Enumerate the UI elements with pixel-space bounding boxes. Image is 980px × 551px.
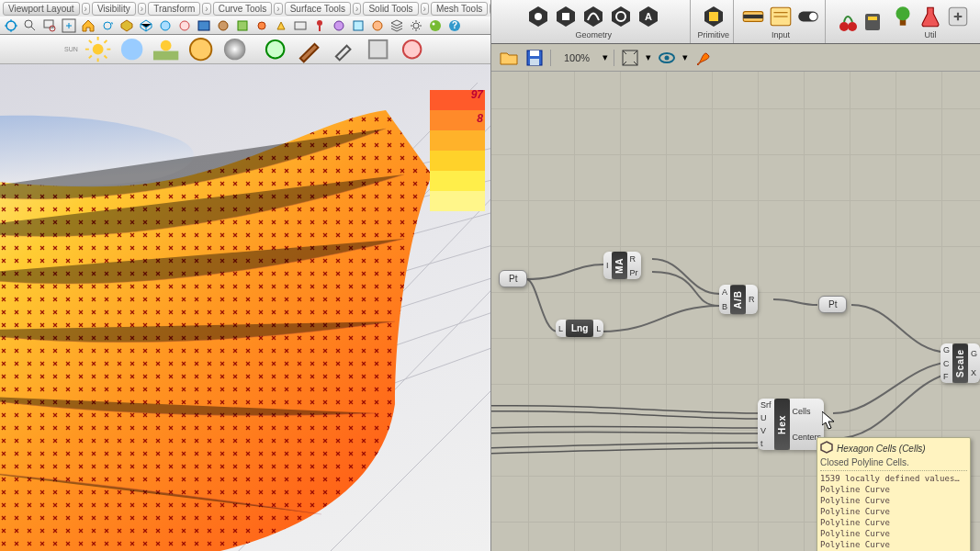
material-icon[interactable]: [220, 35, 249, 63]
port-in[interactable]: I: [606, 261, 609, 270]
gh-cat-label: Util: [925, 30, 937, 39]
svg-text:A: A: [645, 11, 652, 22]
rhino-toolbar-tabs: Viewport Layout › Visibility › Transform…: [0, 0, 490, 17]
misc-icon[interactable]: [274, 18, 288, 33]
render-icon[interactable]: [261, 35, 289, 63]
save-icon[interactable]: [524, 48, 545, 68]
node-division[interactable]: AB A/B R: [719, 285, 758, 314]
dropper-icon[interactable]: [329, 35, 357, 63]
paint-icon[interactable]: [295, 35, 323, 63]
render-icon[interactable]: [197, 18, 211, 33]
sun-icon[interactable]: [84, 35, 112, 63]
cursor-icon: [822, 411, 835, 430]
misc-icon[interactable]: [364, 35, 392, 63]
port-out[interactable]: R: [749, 295, 755, 304]
gh-comp-icon[interactable]: A: [636, 4, 661, 29]
zoom-window-icon[interactable]: [42, 18, 57, 33]
zoom-icon[interactable]: [23, 18, 38, 33]
port-in[interactable]: t: [760, 439, 772, 448]
tab-viewport-layout[interactable]: Viewport Layout: [3, 2, 80, 16]
rotate-icon[interactable]: [100, 18, 115, 33]
tab-mesh-tools[interactable]: Mesh Tools: [431, 2, 488, 16]
port-in[interactable]: C: [943, 359, 950, 368]
port-in[interactable]: G: [943, 345, 950, 354]
ghosted-icon[interactable]: [158, 18, 173, 33]
gh-comp-icon[interactable]: [525, 4, 551, 29]
gh-comp-icon[interactable]: [701, 4, 727, 29]
misc-icon[interactable]: [293, 18, 308, 33]
gh-cherry-icon[interactable]: [837, 8, 859, 36]
sky-icon[interactable]: [118, 35, 146, 63]
misc-icon[interactable]: [216, 18, 231, 33]
node-mass-addition[interactable]: I MA RPr: [603, 252, 641, 279]
param-point[interactable]: Pt: [818, 296, 847, 313]
gh-comp-icon[interactable]: [580, 4, 606, 29]
zoom-level[interactable]: 100%: [557, 52, 597, 63]
pin-icon[interactable]: [312, 18, 327, 33]
port-out-cells[interactable]: Cells: [793, 407, 822, 416]
tab-curve-tools[interactable]: Curve Tools: [213, 2, 273, 16]
port-out[interactable]: R: [630, 254, 638, 264]
svg-rect-67: [530, 51, 539, 56]
port-in[interactable]: A: [722, 287, 727, 297]
gh-tree-icon[interactable]: [890, 4, 916, 29]
sketch-icon[interactable]: [693, 48, 714, 68]
pan-icon[interactable]: [4, 18, 18, 33]
tab-surface-tools[interactable]: Surface Tools: [285, 2, 351, 16]
misc-icon[interactable]: [398, 35, 426, 63]
layers-icon[interactable]: [389, 18, 404, 33]
gh-comp-icon[interactable]: [553, 4, 579, 29]
misc-icon[interactable]: [351, 18, 366, 33]
gh-comp-icon[interactable]: [862, 8, 884, 36]
open-icon[interactable]: [499, 48, 519, 68]
port-out[interactable]: L: [596, 324, 601, 333]
gh-panel-icon[interactable]: [768, 4, 794, 29]
port-out[interactable]: Pr: [630, 268, 638, 277]
svg-rect-7: [198, 21, 209, 30]
tab-solid-tools[interactable]: Solid Tools: [363, 2, 418, 16]
node-list-length[interactable]: L Lng L: [556, 320, 603, 337]
xray-icon[interactable]: [177, 18, 192, 33]
misc-icon[interactable]: [235, 18, 250, 33]
node-hexagon-cells[interactable]: Srf U V t Hex Cells Centers: [758, 399, 824, 450]
port-out[interactable]: G: [971, 349, 977, 358]
gh-overflow-icon[interactable]: [945, 4, 971, 29]
node-label: Hex: [774, 399, 790, 450]
gh-canvas[interactable]: Pt I MA RPr L Lng L AB A/B R Pt Srf U V: [491, 72, 980, 551]
grasshopper-icon[interactable]: [428, 18, 443, 33]
gh-slider-icon[interactable]: [740, 4, 766, 29]
svg-point-16: [413, 23, 419, 28]
port-in[interactable]: B: [722, 302, 727, 311]
gh-toggle-icon[interactable]: [795, 4, 821, 29]
port-in[interactable]: F: [943, 372, 950, 381]
environment-icon[interactable]: [186, 35, 215, 63]
preview-icon[interactable]: [657, 48, 677, 68]
gh-comp-icon[interactable]: [608, 4, 634, 29]
port-in[interactable]: L: [558, 324, 563, 333]
port-out[interactable]: X: [971, 368, 977, 377]
node-scale[interactable]: G C F Scale G X: [941, 343, 980, 383]
zoom-fit-icon[interactable]: [620, 48, 640, 68]
settings-icon[interactable]: [409, 18, 423, 33]
shade-icon[interactable]: [119, 18, 134, 33]
gh-cat-label: Primitive: [697, 30, 729, 39]
misc-icon[interactable]: [254, 18, 269, 33]
param-label: Pt: [828, 299, 837, 309]
home-icon[interactable]: [81, 18, 96, 33]
misc-icon[interactable]: [370, 18, 385, 33]
tab-arrow-icon: ›: [138, 3, 146, 15]
rhino-viewport[interactable]: 97 8: [0, 64, 490, 551]
tab-visibility[interactable]: Visibility: [92, 2, 136, 16]
help-icon[interactable]: ?: [447, 18, 462, 33]
port-in[interactable]: Srf: [760, 400, 772, 410]
gh-flask-icon[interactable]: [918, 4, 943, 29]
port-in[interactable]: U: [760, 413, 772, 422]
port-in[interactable]: V: [760, 426, 772, 435]
param-point[interactable]: Pt: [499, 270, 527, 287]
grasshopper-pane: A Geometry Primitive Input: [491, 0, 980, 551]
ground-icon[interactable]: [152, 35, 180, 63]
tab-transform[interactable]: Transform: [148, 2, 200, 16]
wireframe-icon[interactable]: [139, 18, 153, 33]
misc-icon[interactable]: [332, 18, 346, 33]
zoom-extents-icon[interactable]: [62, 18, 76, 33]
